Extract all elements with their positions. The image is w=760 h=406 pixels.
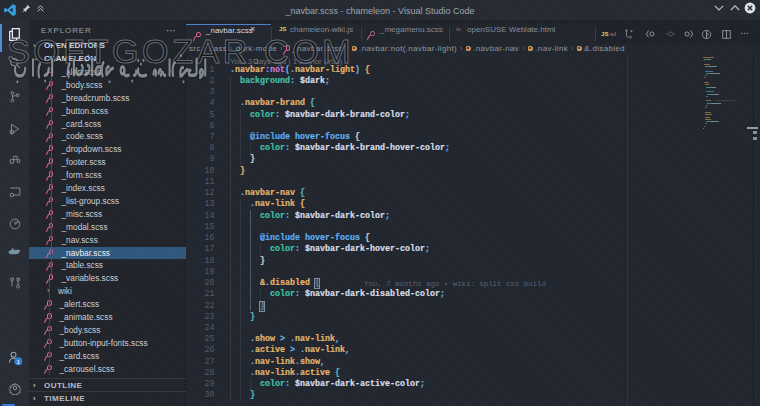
svg-text:1: 1	[17, 357, 21, 364]
